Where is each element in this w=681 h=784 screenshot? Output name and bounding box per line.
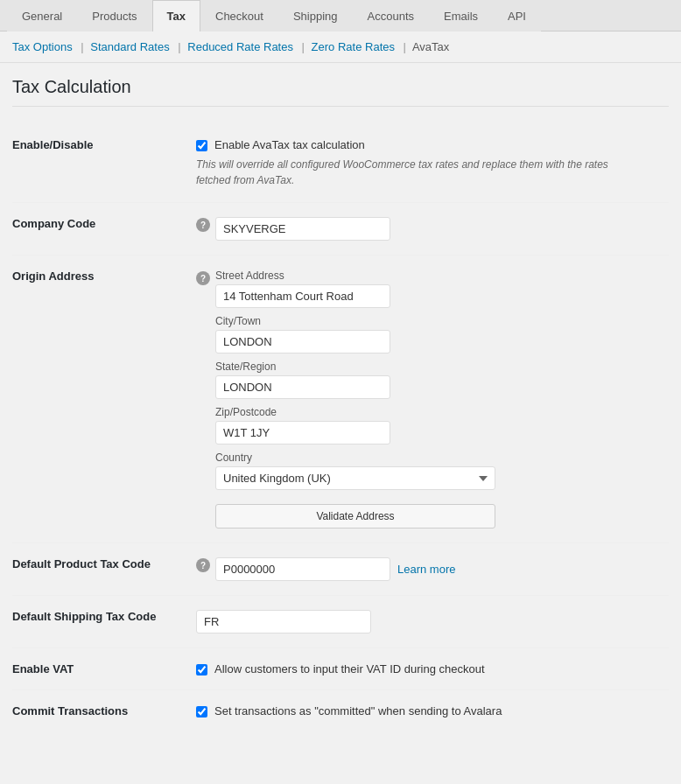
subnav-standard-rates[interactable]: Standard Rates	[90, 40, 169, 53]
subnav-zero-rate-rates[interactable]: Zero Rate Rates	[312, 40, 395, 53]
default-product-tax-code-label: Default Product Tax Code	[12, 557, 151, 570]
enable-avatax-checkbox[interactable]	[196, 140, 207, 151]
enable-vat-label: Enable VAT	[12, 662, 74, 676]
company-code-field-row: ?	[196, 217, 660, 241]
top-nav: General Products Tax Checkout Shipping A…	[0, 0, 681, 32]
product-tax-code-help-icon[interactable]: ?	[196, 558, 210, 572]
page-title: Tax Calculation	[12, 77, 669, 107]
address-fields: Street Address City/Town State/Region	[215, 270, 495, 528]
enable-avatax-description: This will override all configured WooCom…	[196, 157, 634, 188]
product-tax-code-field-row: ? Learn more	[196, 557, 660, 581]
tab-general[interactable]: General	[7, 0, 77, 32]
street-field-group: Street Address	[215, 270, 495, 308]
tab-shipping[interactable]: Shipping	[278, 0, 353, 32]
row-origin-address: Origin Address ? Street Address City/Tow…	[12, 256, 669, 543]
origin-address-field-row: ? Street Address City/Town State/Region	[196, 270, 660, 528]
company-code-help-icon[interactable]: ?	[196, 218, 210, 232]
country-label: Country	[215, 452, 495, 464]
enable-avatax-label: Enable AvaTax tax calculation	[214, 138, 365, 151]
page-content: Tax Calculation Enable/Disable Enable Av…	[0, 63, 681, 758]
zip-field-group: Zip/Postcode	[215, 406, 495, 444]
subnav-reduced-rate-rates[interactable]: Reduced Rate Rates	[187, 40, 293, 53]
company-code-label: Company Code	[12, 217, 95, 230]
separator-1: |	[81, 40, 83, 53]
zip-input[interactable]	[215, 421, 390, 444]
subnav-current: AvaTax	[412, 40, 449, 53]
tab-accounts[interactable]: Accounts	[353, 0, 429, 32]
origin-address-label: Origin Address	[12, 270, 94, 283]
separator-4: |	[404, 40, 406, 53]
state-input[interactable]	[215, 375, 390, 399]
tab-checkout[interactable]: Checkout	[200, 0, 278, 32]
row-commit-transactions: Commit Transactions Set transactions as …	[12, 690, 669, 732]
default-shipping-tax-code-label: Default Shipping Tax Code	[12, 610, 156, 623]
row-default-product-tax-code: Default Product Tax Code ? Learn more	[12, 543, 669, 596]
commit-transactions-label: Commit Transactions	[12, 704, 128, 718]
product-tax-code-inline: Learn more	[215, 557, 455, 581]
street-address-input[interactable]	[215, 284, 390, 308]
separator-2: |	[178, 40, 180, 53]
city-input[interactable]	[215, 330, 390, 354]
tab-products[interactable]: Products	[77, 0, 151, 32]
shipping-tax-code-input[interactable]	[196, 610, 371, 634]
commit-transactions-checkbox[interactable]	[196, 706, 207, 718]
enable-disable-row: Enable AvaTax tax calculation	[196, 138, 660, 151]
city-label: City/Town	[215, 315, 495, 327]
validate-address-button[interactable]: Validate Address	[215, 504, 495, 528]
learn-more-link[interactable]: Learn more	[397, 563, 455, 576]
country-select[interactable]: United Kingdom (UK) United States (US) A…	[215, 466, 495, 490]
city-field-group: City/Town	[215, 315, 495, 354]
commit-transactions-row: Set transactions as "committed" when sen…	[196, 704, 660, 718]
country-field-group: Country United Kingdom (UK) United State…	[215, 452, 495, 490]
row-company-code: Company Code ?	[12, 203, 669, 256]
state-field-group: State/Region	[215, 360, 495, 399]
company-code-input[interactable]	[215, 217, 390, 241]
form-table: Enable/Disable Enable AvaTax tax calcula…	[12, 124, 669, 732]
row-default-shipping-tax-code: Default Shipping Tax Code	[12, 596, 669, 648]
separator-3: |	[302, 40, 305, 53]
row-enable-vat: Enable VAT Allow customers to input thei…	[12, 648, 669, 690]
subnav-tax-options[interactable]: Tax Options	[12, 40, 73, 53]
street-address-label: Street Address	[215, 270, 495, 282]
product-tax-code-input[interactable]	[215, 557, 390, 581]
tab-api[interactable]: API	[493, 0, 541, 32]
tab-emails[interactable]: Emails	[429, 0, 493, 32]
enable-vat-checkbox-label: Allow customers to input their VAT ID du…	[214, 662, 485, 676]
zip-label: Zip/Postcode	[215, 406, 495, 418]
commit-transactions-checkbox-label: Set transactions as "committed" when sen…	[214, 704, 502, 718]
sub-nav: Tax Options | Standard Rates | Reduced R…	[0, 32, 681, 63]
tab-tax[interactable]: Tax	[152, 0, 200, 32]
enable-vat-row: Allow customers to input their VAT ID du…	[196, 662, 660, 676]
enable-disable-label: Enable/Disable	[12, 138, 93, 151]
state-label: State/Region	[215, 360, 495, 373]
origin-address-help-icon[interactable]: ?	[196, 271, 210, 285]
enable-vat-checkbox[interactable]	[196, 664, 207, 676]
row-enable-disable: Enable/Disable Enable AvaTax tax calcula…	[12, 124, 669, 203]
